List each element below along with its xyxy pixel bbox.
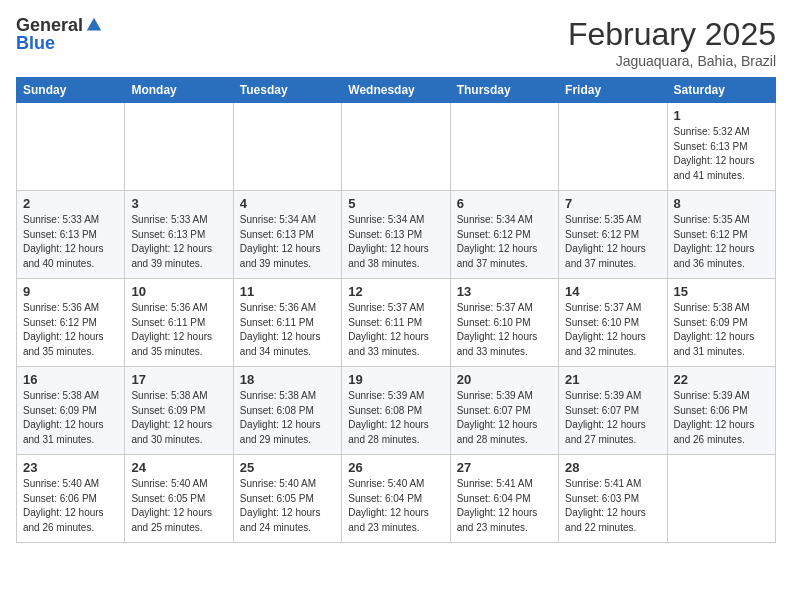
calendar-cell: 17Sunrise: 5:38 AM Sunset: 6:09 PM Dayli… [125, 367, 233, 455]
day-number: 10 [131, 284, 226, 299]
day-number: 25 [240, 460, 335, 475]
weekday-header-wednesday: Wednesday [342, 78, 450, 103]
day-number: 27 [457, 460, 552, 475]
day-info: Sunrise: 5:35 AM Sunset: 6:12 PM Dayligh… [674, 213, 769, 271]
day-info: Sunrise: 5:33 AM Sunset: 6:13 PM Dayligh… [23, 213, 118, 271]
day-number: 3 [131, 196, 226, 211]
day-number: 2 [23, 196, 118, 211]
day-number: 22 [674, 372, 769, 387]
logo-blue-text: Blue [16, 33, 55, 53]
day-info: Sunrise: 5:39 AM Sunset: 6:06 PM Dayligh… [674, 389, 769, 447]
weekday-header-tuesday: Tuesday [233, 78, 341, 103]
calendar-cell: 6Sunrise: 5:34 AM Sunset: 6:12 PM Daylig… [450, 191, 558, 279]
calendar-cell [342, 103, 450, 191]
calendar-cell: 2Sunrise: 5:33 AM Sunset: 6:13 PM Daylig… [17, 191, 125, 279]
day-info: Sunrise: 5:41 AM Sunset: 6:04 PM Dayligh… [457, 477, 552, 535]
day-info: Sunrise: 5:40 AM Sunset: 6:04 PM Dayligh… [348, 477, 443, 535]
day-info: Sunrise: 5:39 AM Sunset: 6:07 PM Dayligh… [457, 389, 552, 447]
day-info: Sunrise: 5:32 AM Sunset: 6:13 PM Dayligh… [674, 125, 769, 183]
calendar-cell: 21Sunrise: 5:39 AM Sunset: 6:07 PM Dayli… [559, 367, 667, 455]
calendar-cell: 13Sunrise: 5:37 AM Sunset: 6:10 PM Dayli… [450, 279, 558, 367]
day-number: 5 [348, 196, 443, 211]
calendar-header: SundayMondayTuesdayWednesdayThursdayFrid… [17, 78, 776, 103]
calendar-week-row: 9Sunrise: 5:36 AM Sunset: 6:12 PM Daylig… [17, 279, 776, 367]
calendar-week-row: 23Sunrise: 5:40 AM Sunset: 6:06 PM Dayli… [17, 455, 776, 543]
day-info: Sunrise: 5:34 AM Sunset: 6:12 PM Dayligh… [457, 213, 552, 271]
logo: General Blue [16, 16, 103, 53]
calendar-cell: 7Sunrise: 5:35 AM Sunset: 6:12 PM Daylig… [559, 191, 667, 279]
weekday-header-monday: Monday [125, 78, 233, 103]
day-number: 4 [240, 196, 335, 211]
day-info: Sunrise: 5:35 AM Sunset: 6:12 PM Dayligh… [565, 213, 660, 271]
calendar-cell [125, 103, 233, 191]
weekday-header-thursday: Thursday [450, 78, 558, 103]
calendar-week-row: 2Sunrise: 5:33 AM Sunset: 6:13 PM Daylig… [17, 191, 776, 279]
day-number: 6 [457, 196, 552, 211]
logo-general-text: General [16, 16, 83, 34]
calendar-body: 1Sunrise: 5:32 AM Sunset: 6:13 PM Daylig… [17, 103, 776, 543]
calendar-cell [17, 103, 125, 191]
day-info: Sunrise: 5:41 AM Sunset: 6:03 PM Dayligh… [565, 477, 660, 535]
day-info: Sunrise: 5:40 AM Sunset: 6:05 PM Dayligh… [240, 477, 335, 535]
weekday-header-saturday: Saturday [667, 78, 775, 103]
day-info: Sunrise: 5:38 AM Sunset: 6:08 PM Dayligh… [240, 389, 335, 447]
calendar-cell [450, 103, 558, 191]
title-block: February 2025 Jaguaquara, Bahia, Brazil [568, 16, 776, 69]
day-number: 8 [674, 196, 769, 211]
day-number: 7 [565, 196, 660, 211]
calendar-cell: 4Sunrise: 5:34 AM Sunset: 6:13 PM Daylig… [233, 191, 341, 279]
page-header: General Blue February 2025 Jaguaquara, B… [16, 16, 776, 69]
calendar-cell: 14Sunrise: 5:37 AM Sunset: 6:10 PM Dayli… [559, 279, 667, 367]
calendar-table: SundayMondayTuesdayWednesdayThursdayFrid… [16, 77, 776, 543]
calendar-week-row: 16Sunrise: 5:38 AM Sunset: 6:09 PM Dayli… [17, 367, 776, 455]
weekday-header-row: SundayMondayTuesdayWednesdayThursdayFrid… [17, 78, 776, 103]
calendar-cell: 24Sunrise: 5:40 AM Sunset: 6:05 PM Dayli… [125, 455, 233, 543]
weekday-header-friday: Friday [559, 78, 667, 103]
day-info: Sunrise: 5:38 AM Sunset: 6:09 PM Dayligh… [23, 389, 118, 447]
day-info: Sunrise: 5:38 AM Sunset: 6:09 PM Dayligh… [131, 389, 226, 447]
day-info: Sunrise: 5:40 AM Sunset: 6:06 PM Dayligh… [23, 477, 118, 535]
calendar-cell: 5Sunrise: 5:34 AM Sunset: 6:13 PM Daylig… [342, 191, 450, 279]
calendar-cell: 18Sunrise: 5:38 AM Sunset: 6:08 PM Dayli… [233, 367, 341, 455]
day-number: 23 [23, 460, 118, 475]
calendar-cell [559, 103, 667, 191]
calendar-cell: 12Sunrise: 5:37 AM Sunset: 6:11 PM Dayli… [342, 279, 450, 367]
day-info: Sunrise: 5:39 AM Sunset: 6:08 PM Dayligh… [348, 389, 443, 447]
day-info: Sunrise: 5:37 AM Sunset: 6:10 PM Dayligh… [565, 301, 660, 359]
calendar-cell: 23Sunrise: 5:40 AM Sunset: 6:06 PM Dayli… [17, 455, 125, 543]
calendar-cell: 10Sunrise: 5:36 AM Sunset: 6:11 PM Dayli… [125, 279, 233, 367]
day-info: Sunrise: 5:40 AM Sunset: 6:05 PM Dayligh… [131, 477, 226, 535]
day-info: Sunrise: 5:39 AM Sunset: 6:07 PM Dayligh… [565, 389, 660, 447]
calendar-week-row: 1Sunrise: 5:32 AM Sunset: 6:13 PM Daylig… [17, 103, 776, 191]
day-number: 12 [348, 284, 443, 299]
logo-triangle-icon [85, 16, 103, 34]
day-info: Sunrise: 5:33 AM Sunset: 6:13 PM Dayligh… [131, 213, 226, 271]
location-text: Jaguaquara, Bahia, Brazil [568, 53, 776, 69]
day-number: 9 [23, 284, 118, 299]
day-info: Sunrise: 5:38 AM Sunset: 6:09 PM Dayligh… [674, 301, 769, 359]
day-number: 20 [457, 372, 552, 387]
month-title: February 2025 [568, 16, 776, 53]
day-number: 26 [348, 460, 443, 475]
calendar-cell: 19Sunrise: 5:39 AM Sunset: 6:08 PM Dayli… [342, 367, 450, 455]
day-number: 16 [23, 372, 118, 387]
calendar-cell: 3Sunrise: 5:33 AM Sunset: 6:13 PM Daylig… [125, 191, 233, 279]
day-number: 11 [240, 284, 335, 299]
day-info: Sunrise: 5:36 AM Sunset: 6:12 PM Dayligh… [23, 301, 118, 359]
day-number: 13 [457, 284, 552, 299]
day-number: 21 [565, 372, 660, 387]
calendar-cell: 28Sunrise: 5:41 AM Sunset: 6:03 PM Dayli… [559, 455, 667, 543]
calendar-cell: 9Sunrise: 5:36 AM Sunset: 6:12 PM Daylig… [17, 279, 125, 367]
day-info: Sunrise: 5:37 AM Sunset: 6:11 PM Dayligh… [348, 301, 443, 359]
calendar-cell: 1Sunrise: 5:32 AM Sunset: 6:13 PM Daylig… [667, 103, 775, 191]
calendar-cell: 27Sunrise: 5:41 AM Sunset: 6:04 PM Dayli… [450, 455, 558, 543]
day-number: 14 [565, 284, 660, 299]
day-number: 28 [565, 460, 660, 475]
day-number: 17 [131, 372, 226, 387]
svg-marker-0 [87, 18, 101, 31]
day-number: 19 [348, 372, 443, 387]
calendar-cell: 11Sunrise: 5:36 AM Sunset: 6:11 PM Dayli… [233, 279, 341, 367]
day-info: Sunrise: 5:36 AM Sunset: 6:11 PM Dayligh… [240, 301, 335, 359]
day-number: 18 [240, 372, 335, 387]
calendar-cell [233, 103, 341, 191]
